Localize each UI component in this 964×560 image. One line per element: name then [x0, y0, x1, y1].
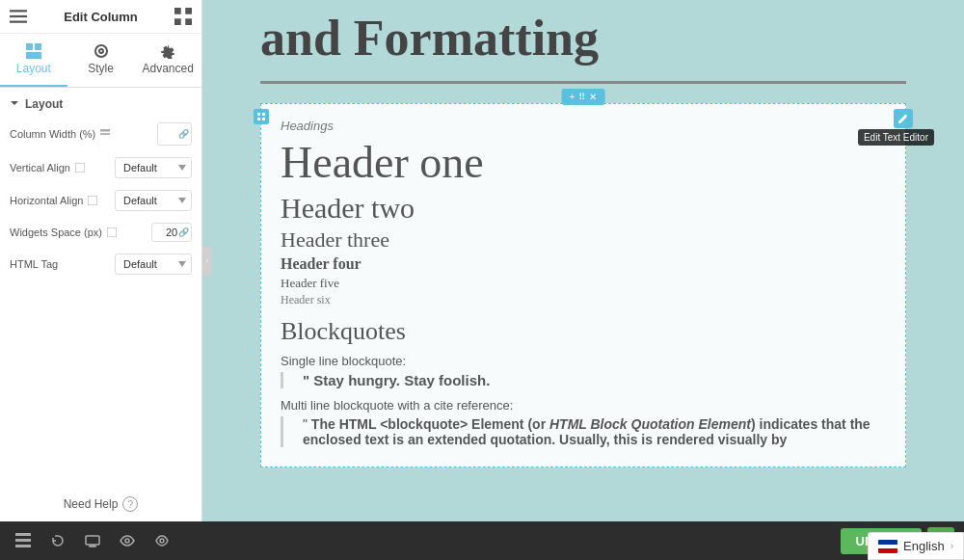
- svg-rect-17: [257, 113, 260, 116]
- horizontal-align-control: DefaultLeftCenterRight: [115, 190, 192, 211]
- grid-icon[interactable]: [174, 8, 192, 25]
- toolbar-left: [10, 527, 175, 554]
- sidebar: Edit Column Layout Style Advanced: [0, 0, 202, 521]
- svg-rect-3: [174, 8, 181, 14]
- h2-heading: Header two: [281, 192, 886, 225]
- main-content: and Formatting + ⠿ ✕: [202, 0, 964, 521]
- svg-rect-19: [257, 118, 260, 120]
- vertical-align-icon: [74, 162, 86, 173]
- html-tag-field: HTML Tag Defaultdivheaderfooter: [10, 253, 192, 275]
- language-chevron-icon: ›: [951, 541, 953, 551]
- svg-rect-6: [185, 18, 192, 25]
- column-width-info-icon[interactable]: [99, 128, 111, 140]
- language-bar[interactable]: English ›: [868, 532, 964, 560]
- svg-rect-8: [35, 43, 41, 50]
- svg-rect-14: [75, 163, 85, 173]
- svg-rect-18: [262, 113, 265, 116]
- widget-handle-left[interactable]: [254, 109, 269, 124]
- tab-advanced[interactable]: Advanced: [134, 34, 201, 87]
- layout-section-header[interactable]: Layout: [10, 97, 192, 111]
- page-title: and Formatting: [260, 10, 906, 67]
- text-section: Headings Header one Header two Header th…: [281, 119, 886, 447]
- widgets-space-icon: [106, 227, 118, 238]
- flag-icon: [878, 540, 897, 553]
- svg-rect-0: [10, 10, 27, 12]
- widget-close-btn[interactable]: ✕: [587, 92, 599, 102]
- svg-rect-2: [10, 21, 27, 23]
- bottom-toolbar: UPDATE ▲: [0, 521, 964, 560]
- toolbar-history-icon[interactable]: [44, 527, 71, 554]
- sidebar-title: Edit Column: [64, 10, 138, 24]
- tab-layout[interactable]: Layout: [0, 34, 67, 87]
- page-content: and Formatting + ⠿ ✕: [202, 0, 964, 467]
- widgets-space-link-icon: 🔗: [178, 227, 189, 237]
- edit-tooltip: Edit Text Editor: [858, 129, 934, 146]
- need-help-section[interactable]: Need Help ?: [0, 487, 201, 521]
- vertical-align-field: Vertical Align DefaultTopMiddleBottom: [10, 157, 192, 178]
- vertical-align-select[interactable]: DefaultTopMiddleBottom: [115, 157, 192, 178]
- widget-container: + ⠿ ✕ Edit Text Editor: [260, 103, 906, 467]
- svg-rect-16: [107, 227, 117, 237]
- widgets-space-control: 🔗: [151, 223, 192, 242]
- h3-heading: Header three: [281, 227, 886, 253]
- widget-edit-btn[interactable]: [894, 109, 913, 128]
- horizontal-align-select[interactable]: DefaultLeftCenterRight: [115, 190, 192, 211]
- tab-style[interactable]: Style: [67, 34, 135, 87]
- svg-rect-25: [90, 546, 95, 547]
- svg-rect-4: [185, 8, 192, 14]
- language-label: English: [903, 539, 945, 553]
- horizontal-align-field: Horizontal Align DefaultLeftCenterRight: [10, 190, 192, 211]
- svg-rect-23: [15, 545, 31, 547]
- page-title-section: and Formatting: [260, 0, 906, 84]
- html-tag-select[interactable]: Defaultdivheaderfooter: [115, 253, 192, 275]
- h6-heading: Header six: [281, 293, 886, 307]
- need-help-label: Need Help: [64, 497, 119, 511]
- headings-label: Headings: [281, 119, 886, 133]
- svg-point-10: [95, 45, 107, 57]
- html-tag-label: HTML Tag: [10, 258, 58, 270]
- sidebar-header: Edit Column: [0, 0, 201, 34]
- column-width-link-icon: 🔗: [178, 129, 189, 139]
- help-icon[interactable]: ?: [122, 496, 138, 512]
- svg-point-26: [125, 539, 129, 543]
- horizontal-align-label: Horizontal Align: [10, 195, 98, 206]
- h1-heading: Header one: [281, 139, 886, 188]
- svg-rect-21: [15, 533, 31, 536]
- sidebar-collapse-handle[interactable]: ‹: [202, 247, 212, 276]
- widgets-space-label: Widgets Space (px): [10, 227, 118, 238]
- widget-drag-handle[interactable]: ⠿: [578, 92, 585, 102]
- toolbar-preview-icon[interactable]: [114, 527, 141, 554]
- svg-rect-7: [26, 43, 33, 50]
- vertical-align-label: Vertical Align: [10, 162, 86, 173]
- hamburger-icon[interactable]: [10, 8, 27, 25]
- multi-line-label: Multi line blockquote with a cite refere…: [281, 398, 886, 413]
- widgets-space-input-wrapper: 🔗: [151, 223, 192, 242]
- single-line-blockquote: " Stay hungry. Stay foolish.: [281, 372, 886, 388]
- toolbar-layers-icon[interactable]: [10, 527, 37, 554]
- sidebar-tabs: Layout Style Advanced: [0, 34, 201, 88]
- svg-rect-22: [15, 539, 31, 542]
- svg-rect-24: [86, 536, 99, 545]
- svg-rect-1: [10, 15, 27, 17]
- widgets-space-field: Widgets Space (px) 🔗: [10, 223, 192, 242]
- widget-box: Edit Text Editor Headings Header one Hea…: [260, 103, 906, 467]
- multi-line-blockquote: " The HTML <blockquote> Element (or HTML…: [281, 416, 886, 447]
- vertical-align-control: DefaultTopMiddleBottom: [115, 157, 192, 178]
- column-width-label: Column Width (%): [10, 128, 111, 140]
- blockquotes-label: Blockquotes: [281, 317, 886, 346]
- svg-rect-5: [174, 18, 181, 25]
- svg-point-27: [160, 539, 164, 543]
- column-width-control: 🔗: [157, 122, 192, 146]
- horizontal-align-icon: [87, 195, 98, 206]
- svg-rect-9: [26, 52, 41, 59]
- column-width-input-wrapper: 🔗: [157, 122, 192, 146]
- toolbar-visibility-icon[interactable]: [148, 527, 175, 554]
- widget-add-btn[interactable]: +: [568, 92, 577, 102]
- toolbar-responsive-icon[interactable]: [79, 527, 106, 554]
- h4-heading: Header four: [281, 255, 886, 273]
- h5-heading: Header five: [281, 276, 886, 291]
- widget-top-controls: + ⠿ ✕: [562, 89, 605, 105]
- html-tag-control: Defaultdivheaderfooter: [115, 253, 192, 275]
- sidebar-content: Layout Column Width (%) 🔗: [0, 88, 201, 487]
- svg-rect-13: [100, 133, 110, 135]
